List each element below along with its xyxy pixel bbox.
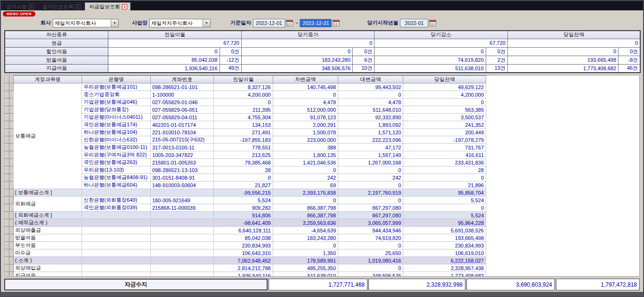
period-start-input[interactable]: 2022-01 — [400, 19, 428, 27]
window-bottom-edge — [1, 292, 643, 296]
account-number-cell — [150, 212, 213, 219]
footer-total-cell: 1,797,472,818 — [556, 279, 640, 290]
amount-cell: 1,267,000,168 — [338, 159, 403, 166]
detail-body: 보통예금우리은행(보통예금101)098-286521-01-1018,327,… — [5, 83, 486, 277]
summary-row: 받을어음85,042,038-12건183,243,2806건74,619,82… — [5, 56, 640, 64]
row-indicator — [5, 197, 9, 204]
bank-name-cell — [82, 272, 150, 277]
amount-cell: 21,827 — [214, 182, 273, 189]
detail-header-cell: 계정과목명 — [14, 76, 82, 83]
tab-label: 공지사항 — [6, 3, 27, 10]
site-select[interactable]: 제일저지주식회사 ▼ — [149, 19, 211, 27]
amount-cell: 1,571,120 — [338, 129, 403, 136]
detail-row[interactable]: 받을어음85,042,038183,243,28074,619,820193,6… — [5, 234, 486, 242]
amount-cell: 106,619,010 — [403, 249, 486, 257]
detail-row[interactable]: [ 외화예금소계 ]914,806866,387,798867,297,0805… — [5, 212, 486, 219]
row-indicator-header — [9, 76, 14, 83]
amount-cell: 511,638,010 — [273, 272, 338, 277]
chevron-down-icon[interactable]: ▼ — [111, 19, 118, 27]
detail-row[interactable]: ( 예적금소계 )-98,641,4093,259,563,6363,065,0… — [5, 219, 486, 227]
amount-cell: 731,767 — [403, 144, 486, 151]
amount-cell: 2,328,957,438 — [403, 264, 486, 272]
asset-type-cell: 할인어음 — [5, 47, 108, 56]
summary-header-row: 자산종류전일이월당기증가당기감소당일잔액 — [5, 31, 640, 39]
row-indicator — [9, 159, 14, 166]
row-indicator-header — [5, 76, 9, 83]
detail-row[interactable]: 외화예금신한은행(외화통장649)180-005-9216495,524005,… — [5, 197, 486, 204]
row-indicator — [5, 219, 9, 227]
summary-amount-cell: 74,619,820 — [375, 56, 486, 64]
tab-label: 결의전표등록 — [42, 3, 73, 10]
row-indicator — [9, 249, 14, 257]
amount-cell: -197,078,279 — [403, 136, 486, 144]
row-indicator — [5, 144, 9, 151]
row-indicator — [9, 136, 14, 144]
amount-cell: 28 — [214, 166, 273, 174]
tab-close-icon[interactable]: x — [122, 4, 127, 9]
row-indicator — [9, 204, 14, 212]
tab-close-icon[interactable]: x — [75, 4, 81, 9]
account-number-cell — [150, 189, 213, 197]
calendar-icon[interactable] — [429, 20, 436, 26]
calendar-icon[interactable] — [286, 20, 293, 26]
detail-header-cell: 차변금액 — [273, 76, 338, 83]
row-indicator — [9, 257, 14, 264]
tab-close-icon[interactable]: x — [29, 4, 34, 9]
amount-cell: 388 — [273, 144, 338, 151]
row-indicator — [5, 114, 9, 121]
row-label-cell: 받을어음 — [14, 234, 82, 242]
account-number-cell: 098-286521-13-103 — [150, 166, 213, 174]
tab-notice[interactable]: 공지사항 x — [2, 2, 37, 10]
menu-open-button[interactable]: MENU OPEN — [3, 11, 35, 16]
detail-row[interactable]: 미수금106,643,3101,35025,650106,619,010 — [5, 249, 486, 257]
summary-body: 현금67,720067,7200할인어음00건00건00건00건받을어음85,0… — [5, 39, 640, 73]
detail-row[interactable]: 보통예금우리은행(보통예금101)098-286521-01-1018,327,… — [5, 83, 486, 91]
detail-row[interactable]: 외상매출금6,640,128,111-4,654,639944,434,9465… — [5, 227, 486, 234]
row-indicator — [9, 121, 14, 129]
amount-cell: 3,065,057,999 — [338, 219, 403, 227]
tab-voucher-entry[interactable]: 결의전표등록 x — [38, 2, 84, 10]
row-indicator — [5, 242, 9, 249]
summary-amount-cell: 0 — [507, 39, 640, 47]
tab-daily-funds-report[interactable]: 자금일보조회 x — [85, 2, 130, 10]
summary-count-cell: 2건 — [486, 56, 507, 64]
amount-cell: 0 — [403, 99, 486, 106]
row-label-cell: [ 외화예금소계 ] — [14, 212, 82, 219]
detail-row[interactable]: 외상매입금2,814,212,788485,255,35002,328,957,… — [5, 264, 486, 272]
amount-cell: 3,500,537 — [403, 114, 486, 121]
date-to-input[interactable]: 2022-12-31 — [300, 19, 332, 27]
row-indicator — [5, 212, 9, 219]
date-from-input[interactable]: 2022-12-01 — [253, 19, 285, 27]
account-number-cell: 221-910010-78104 — [150, 129, 213, 136]
row-indicator — [9, 264, 14, 272]
amount-cell: 1,800,135 — [273, 151, 338, 159]
account-number-cell — [150, 249, 213, 257]
bank-name-cell: 농협은행(보통예금0100-11) — [82, 144, 150, 151]
summary-table: 자산종류전일이월당기증가당기감소당일잔액 현금67,720067,7200할인어… — [4, 30, 641, 73]
footer-total-cell: 2,328,932,998 — [368, 279, 465, 290]
summary-header-cell: 당기감소 — [375, 31, 508, 39]
row-label-cell: ( 소계 ) — [14, 257, 82, 264]
detail-row[interactable]: 지급어음1,936,540,116511,638,010348,506,5761… — [5, 272, 486, 277]
chevron-down-icon[interactable]: ▼ — [203, 19, 210, 27]
row-indicator — [5, 166, 9, 174]
detail-row[interactable]: ( 소계 )7,062,648,452178,589,9911,019,080,… — [5, 257, 486, 264]
calendar-icon[interactable] — [333, 20, 340, 26]
amount-cell: 21,896 — [403, 182, 486, 189]
summary-amount-cell: 1,936,540,116 — [108, 64, 220, 73]
detail-row[interactable]: [ 보통예금소계 ]-99,556,2152,393,175,8382,197,… — [5, 189, 486, 197]
summary-row: 할인어음00건00건00건00건 — [5, 47, 640, 56]
detail-row[interactable]: 부도어음230,834,99300230,834,993 — [5, 242, 486, 249]
account-number-cell: 027-055829-04-011 — [150, 114, 213, 121]
amount-cell: 867,297,080 — [338, 212, 403, 219]
amount-cell: 6,222,158,027 — [403, 257, 486, 264]
footer-values: 1,727,771,4682,328,932,9983,690,603,9241… — [268, 279, 640, 290]
bank-name-cell — [82, 227, 150, 234]
summary-header-cell: 전일이월 — [108, 31, 242, 39]
amount-cell: 49,629,122 — [403, 83, 486, 91]
bank-name-cell: 우리은행(보통예금101) — [82, 83, 150, 91]
amount-cell: 213,625 — [214, 151, 273, 159]
summary-amount-cell: 193,665,498 — [507, 56, 618, 64]
company-select[interactable]: 제일저지주식회사 ▼ — [53, 19, 119, 27]
amount-cell: 909,282 — [214, 204, 273, 212]
